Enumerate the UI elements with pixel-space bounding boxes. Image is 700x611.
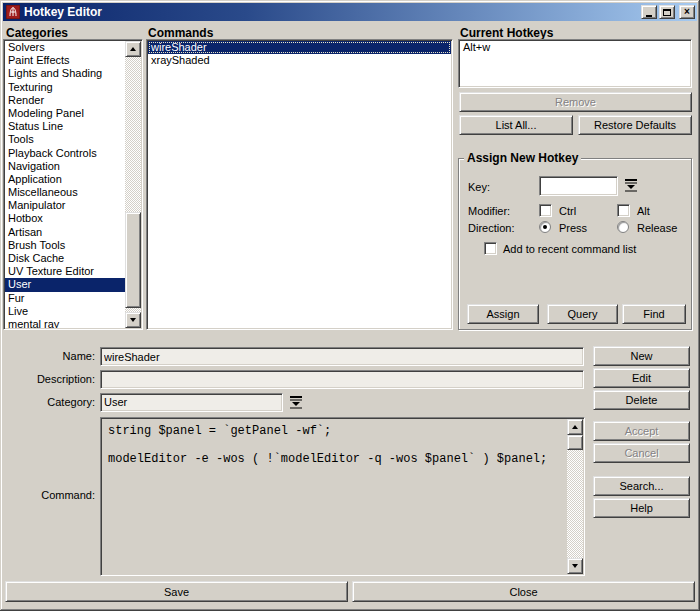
assign-button-label: Assign xyxy=(486,308,519,320)
modifier-label: Modifier: xyxy=(468,205,510,217)
category-item[interactable]: Application xyxy=(5,173,125,186)
scrollbar-thumb[interactable] xyxy=(125,212,141,308)
window-title: Hotkey Editor xyxy=(24,5,639,19)
key-input[interactable] xyxy=(539,176,618,196)
category-item[interactable]: UV Texture Editor xyxy=(5,265,125,278)
scrollbar-thumb[interactable] xyxy=(567,435,583,450)
close-button-footer[interactable]: Close xyxy=(352,581,695,602)
find-button[interactable]: Find xyxy=(622,304,686,324)
accept-button[interactable]: Accept xyxy=(593,421,690,441)
save-button[interactable]: Save xyxy=(5,581,348,602)
arrow-down-icon xyxy=(572,564,578,571)
help-button[interactable]: Help xyxy=(593,498,690,518)
alt-checkbox[interactable] xyxy=(617,204,630,217)
hotkey-editor-window: Hotkey Editor × Categories Commands Curr… xyxy=(0,0,700,611)
category-item[interactable]: Tools xyxy=(5,133,125,146)
restore-defaults-button-label: Restore Defaults xyxy=(594,119,676,131)
current-hotkeys-listbox: Alt+w xyxy=(458,39,692,88)
category-item[interactable]: Texturing xyxy=(5,81,125,94)
commands-listbox: wireShaderxrayShaded xyxy=(146,39,453,330)
category-item[interactable]: Hotbox xyxy=(5,212,125,225)
command-textarea[interactable]: string $panel = `getPanel -wf`;modelEdit… xyxy=(100,417,585,576)
accept-button-label: Accept xyxy=(625,425,659,437)
current-hotkeys-label: Current Hotkeys xyxy=(460,26,553,40)
command-item[interactable]: wireShader xyxy=(148,41,451,54)
categories-scrollbar[interactable] xyxy=(125,41,141,328)
name-input[interactable] xyxy=(100,347,584,366)
command-line: string $panel = `getPanel -wf`; xyxy=(108,424,566,438)
alt-checkbox-label: Alt xyxy=(637,205,650,217)
close-icon: × xyxy=(684,7,690,17)
category-item[interactable]: Fur xyxy=(5,292,125,305)
query-button-label: Query xyxy=(568,308,598,320)
arrow-up-icon xyxy=(572,422,578,429)
close-button[interactable]: × xyxy=(679,5,695,19)
category-item[interactable]: Paint Effects xyxy=(5,54,125,67)
category-item[interactable]: Artisan xyxy=(5,226,125,239)
category-item[interactable]: Lights and Shading xyxy=(5,67,125,80)
add-to-recent-checkbox[interactable] xyxy=(484,242,497,255)
scroll-down-button[interactable] xyxy=(567,558,583,574)
list-all-button[interactable]: List All... xyxy=(459,115,573,135)
hotkey-item[interactable]: Alt+w xyxy=(460,41,690,54)
restore-defaults-button[interactable]: Restore Defaults xyxy=(578,115,692,135)
category-item[interactable]: Render xyxy=(5,94,125,107)
press-radio[interactable] xyxy=(539,221,551,233)
category-item[interactable]: Playback Controls xyxy=(5,147,125,160)
category-item[interactable]: Status Line xyxy=(5,120,125,133)
maximize-icon xyxy=(663,9,671,16)
titlebar[interactable]: Hotkey Editor × xyxy=(3,3,697,21)
category-field[interactable]: User xyxy=(100,393,283,412)
search-button[interactable]: Search... xyxy=(593,476,690,496)
category-item[interactable]: Manipulator xyxy=(5,199,125,212)
category-label: Category: xyxy=(0,396,95,408)
category-item[interactable]: Modeling Panel xyxy=(5,107,125,120)
maya-app-icon[interactable] xyxy=(6,5,20,19)
scroll-up-button[interactable] xyxy=(567,419,583,435)
minimize-button[interactable] xyxy=(641,5,657,19)
save-button-label: Save xyxy=(164,586,189,598)
maximize-button[interactable] xyxy=(659,5,675,19)
remove-button-label: Remove xyxy=(555,96,596,108)
scroll-up-button[interactable] xyxy=(125,41,141,57)
ctrl-checkbox[interactable] xyxy=(539,204,552,217)
query-button[interactable]: Query xyxy=(547,304,618,324)
remove-button[interactable]: Remove xyxy=(459,92,692,112)
command-item[interactable]: xrayShaded xyxy=(148,54,451,67)
help-button-label: Help xyxy=(630,502,653,514)
categories-listbox: SolversPaint EffectsLights and ShadingTe… xyxy=(3,39,143,330)
category-item[interactable]: Brush Tools xyxy=(5,239,125,252)
assign-button[interactable]: Assign xyxy=(467,304,539,324)
cancel-button-label: Cancel xyxy=(624,447,658,459)
option-menu-icon[interactable] xyxy=(625,178,638,193)
new-button[interactable]: New xyxy=(593,346,690,366)
edit-button[interactable]: Edit xyxy=(593,368,690,388)
arrow-up-icon xyxy=(130,44,136,51)
description-input[interactable] xyxy=(100,370,584,389)
command-scrollbar[interactable] xyxy=(567,419,583,574)
add-to-recent-label: Add to recent command list xyxy=(503,243,636,255)
assign-new-hotkey-group: Assign New Hotkey Key: Modifier: Ctrl Al… xyxy=(458,158,692,330)
category-item[interactable]: User xyxy=(5,278,125,291)
category-item[interactable]: mental ray xyxy=(5,318,125,328)
category-item[interactable]: Miscellaneous xyxy=(5,186,125,199)
assign-new-hotkey-label: Assign New Hotkey xyxy=(464,151,581,165)
release-radio[interactable] xyxy=(617,221,629,233)
command-text: string $panel = `getPanel -wf`;modelEdit… xyxy=(103,420,566,573)
category-item[interactable]: Disk Cache xyxy=(5,252,125,265)
categories-items: SolversPaint EffectsLights and ShadingTe… xyxy=(5,41,125,328)
direction-label: Direction: xyxy=(468,222,514,234)
cancel-button[interactable]: Cancel xyxy=(593,443,690,463)
option-menu-icon[interactable] xyxy=(290,395,303,410)
category-value: User xyxy=(104,396,127,408)
categories-label: Categories xyxy=(6,26,68,40)
scrollbar-track[interactable] xyxy=(567,435,583,558)
ctrl-checkbox-label: Ctrl xyxy=(559,205,576,217)
release-radio-label: Release xyxy=(637,222,677,234)
category-item[interactable]: Navigation xyxy=(5,160,125,173)
list-all-button-label: List All... xyxy=(496,119,537,131)
delete-button[interactable]: Delete xyxy=(593,390,690,410)
category-item[interactable]: Solvers xyxy=(5,41,125,54)
category-item[interactable]: Live xyxy=(5,305,125,318)
scroll-down-button[interactable] xyxy=(125,312,141,328)
